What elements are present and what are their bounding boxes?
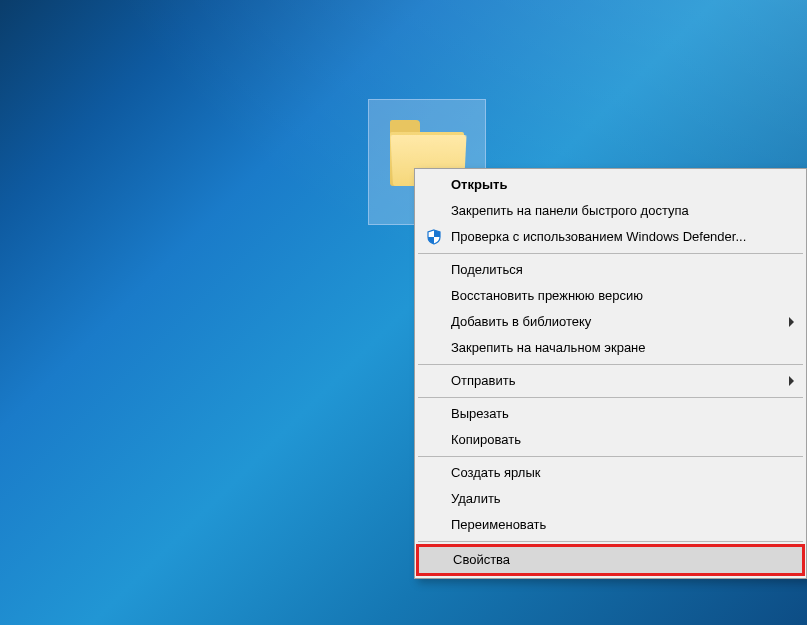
menu-share[interactable]: Поделиться [417, 257, 804, 283]
menu-restore-previous[interactable]: Восстановить прежнюю версию [417, 283, 804, 309]
menu-separator [418, 364, 803, 365]
menu-separator [418, 397, 803, 398]
submenu-arrow-icon [789, 376, 794, 386]
menu-add-library-label: Добавить в библиотеку [451, 314, 591, 329]
menu-separator [418, 253, 803, 254]
menu-cut[interactable]: Вырезать [417, 401, 804, 427]
menu-delete[interactable]: Удалить [417, 486, 804, 512]
menu-separator [418, 541, 803, 542]
menu-add-to-library[interactable]: Добавить в библиотеку [417, 309, 804, 335]
menu-properties[interactable]: Свойства [416, 544, 805, 576]
menu-defender-label: Проверка с использованием Windows Defend… [451, 229, 746, 244]
submenu-arrow-icon [789, 317, 794, 327]
menu-rename[interactable]: Переименовать [417, 512, 804, 538]
menu-send-to-label: Отправить [451, 373, 515, 388]
menu-defender-scan[interactable]: Проверка с использованием Windows Defend… [417, 224, 804, 250]
defender-shield-icon [426, 229, 442, 245]
menu-create-shortcut[interactable]: Создать ярлык [417, 460, 804, 486]
menu-open[interactable]: Открыть [417, 172, 804, 198]
menu-send-to[interactable]: Отправить [417, 368, 804, 394]
context-menu: Открыть Закрепить на панели быстрого дос… [414, 168, 807, 579]
menu-copy[interactable]: Копировать [417, 427, 804, 453]
menu-separator [418, 456, 803, 457]
menu-pin-quick-access[interactable]: Закрепить на панели быстрого доступа [417, 198, 804, 224]
menu-pin-start[interactable]: Закрепить на начальном экране [417, 335, 804, 361]
